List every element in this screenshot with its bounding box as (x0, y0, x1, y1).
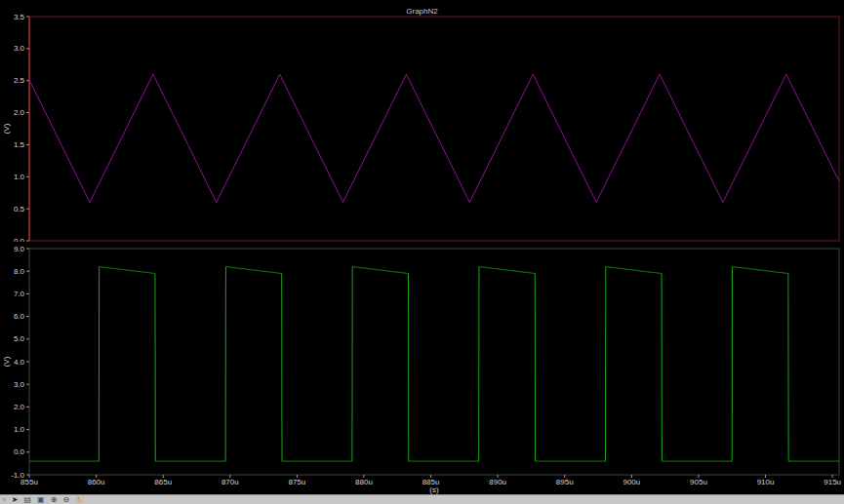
y-tick-label: 3.5 (14, 13, 25, 21)
plot-border (29, 249, 839, 475)
y-tick-label: 1.5 (14, 140, 25, 149)
x-tick-label: 890u (489, 478, 506, 486)
y-tick-label: 2.5 (14, 76, 25, 85)
x-tick-label: 905u (690, 478, 707, 486)
triangle-wave (29, 74, 839, 202)
y-tick-label: 6.0 (14, 312, 25, 321)
y-tick-label: 1.0 (14, 173, 25, 181)
x-tick-label: 870u (221, 478, 239, 486)
window-icon[interactable]: ▫ (3, 495, 6, 504)
taskbar: ▫➤▤▣⊕⊖⚠ (0, 494, 844, 504)
cursor-icon[interactable]: ➤ (12, 495, 19, 504)
top-plot[interactable]: 3.53.02.52.01.51.00.50.0(V) (0, 12, 844, 242)
y-tick-label: 9.0 (14, 245, 25, 253)
x-tick-label: 860u (88, 478, 105, 486)
y-tick-label: 5.0 (14, 334, 25, 343)
sheet-icon[interactable]: ▤ (24, 495, 32, 504)
x-tick-label: 855u (20, 478, 38, 486)
x-tick-label: 865u (154, 478, 172, 486)
y-tick-label: 1.0 (14, 425, 25, 434)
x-tick-label: 880u (355, 478, 373, 486)
y-tick-label: 3.0 (14, 44, 25, 53)
save-icon[interactable]: ▣ (37, 495, 45, 504)
zoom-in-icon[interactable]: ⊕ (51, 495, 58, 504)
y-tick-label: 8.0 (14, 267, 25, 276)
graph-window: GraphN2 3.53.02.52.01.51.00.50.0(V) 9.08… (0, 0, 844, 504)
titlebar: GraphN2 (0, 0, 844, 12)
x-tick-label: 910u (757, 478, 775, 486)
x-tick-label: 900u (623, 478, 640, 486)
x-axis-unit: (s) (429, 485, 439, 494)
y-tick-label: 7.0 (14, 290, 25, 298)
x-tick-label: 915u (824, 478, 841, 486)
square-wave (29, 267, 839, 461)
zoom-out-icon[interactable]: ⊖ (62, 495, 69, 504)
plot-border (29, 17, 839, 241)
bottom-plot[interactable]: 9.08.07.06.05.04.03.02.01.00.0-1.0(V)855… (0, 242, 844, 494)
x-tick-label: 895u (556, 478, 574, 486)
x-tick-label: 875u (288, 478, 305, 486)
y-tick-label: 0.0 (14, 447, 25, 456)
y-tick-label: 4.0 (14, 358, 25, 367)
y-tick-label: 2.0 (14, 403, 25, 411)
y-axis-unit: (V) (2, 356, 11, 367)
y-axis-unit: (V) (2, 123, 11, 134)
warning-icon[interactable]: ⚠ (75, 495, 82, 504)
y-tick-label: 0.5 (14, 205, 25, 213)
y-tick-label: 2.0 (14, 108, 25, 117)
y-tick-label: 3.0 (14, 380, 25, 389)
